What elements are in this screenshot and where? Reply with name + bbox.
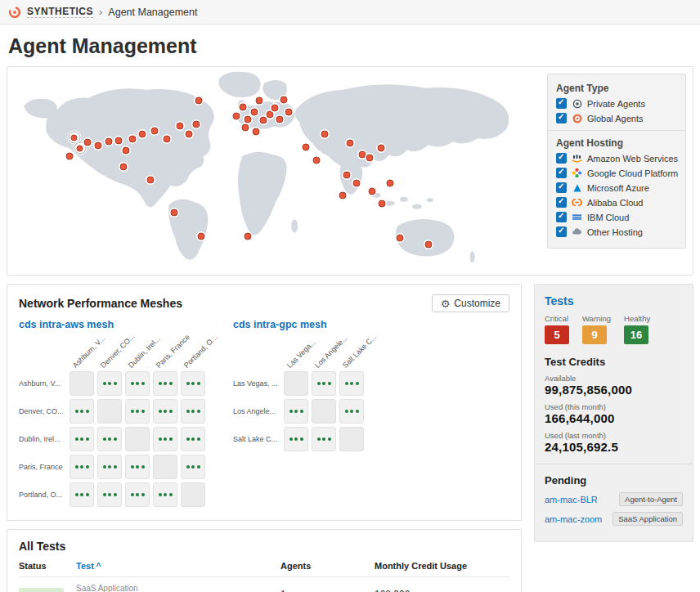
agent-marker[interactable] [347,140,354,147]
mesh-cell[interactable] [97,482,122,507]
agent-marker[interactable] [83,139,91,146]
pending-agent-link[interactable]: am-mac-zoom [545,514,602,524]
agent-marker[interactable] [128,136,136,143]
mesh-cell[interactable] [70,482,94,507]
mesh-cell[interactable] [97,371,122,396]
mesh-cell[interactable] [125,482,150,507]
agent-marker[interactable] [105,138,112,146]
filter-alibaba-cloud[interactable]: Alibaba Cloud [556,197,677,208]
mesh-cell[interactable] [70,399,94,424]
mesh-cell[interactable] [181,371,205,396]
mesh-cell[interactable] [284,399,308,424]
filter-global-agents[interactable]: Global Agents [556,113,677,123]
agent-marker[interactable] [285,108,293,115]
agent-marker[interactable] [377,145,384,152]
mesh-title-link[interactable]: cds intra-gpc mesh [233,319,367,330]
checkbox-checked[interactable] [556,98,567,109]
mesh-cell[interactable] [97,455,122,479]
agent-marker[interactable] [352,179,360,186]
agent-marker[interactable] [280,96,288,103]
mesh-cell[interactable] [70,455,94,479]
filter-other-hosting[interactable]: Other Hosting [556,226,677,237]
synthetics-logo-icon[interactable] [8,6,21,19]
filter-ibm-cloud[interactable]: IBM Cloud [556,212,677,222]
checkbox-checked[interactable] [556,212,567,222]
test-row[interactable]: HealthySaaS Applicationam-ec2-zoom1108,0… [19,577,509,592]
mesh-cell[interactable] [181,399,205,424]
filter-amazon-web-services[interactable]: Amazon Web Services [556,153,677,164]
agent-marker[interactable] [267,110,274,118]
filter-private-agents[interactable]: Private Agents [556,98,677,109]
agent-marker[interactable] [386,179,393,186]
agent-marker[interactable] [245,115,252,123]
mesh-cell[interactable] [153,399,177,424]
agent-marker[interactable] [193,121,200,128]
agent-marker[interactable] [424,241,432,249]
agent-marker[interactable] [396,235,403,242]
mesh-cell[interactable] [284,427,308,451]
agent-marker[interactable] [233,112,240,119]
agent-marker[interactable] [313,157,321,164]
agent-map[interactable]: Agent Type Private AgentsGlobal Agents A… [7,66,693,276]
mesh-cell[interactable] [153,371,177,396]
agent-marker[interactable] [368,187,375,195]
mesh-cell[interactable] [181,455,205,479]
filter-google-cloud-platform[interactable]: Google Cloud Platform [556,168,677,178]
filter-microsoft-azure[interactable]: Microsoft Azure [556,182,677,193]
column-header-monthly-credit-usage[interactable]: Monthly Credit Usage [375,561,509,571]
agent-marker[interactable] [378,200,385,207]
checkbox-checked[interactable] [556,153,567,164]
brand-link[interactable]: SYNTHETICS [27,6,93,18]
agent-marker[interactable] [339,191,347,199]
mesh-cell[interactable] [153,482,177,507]
agent-marker[interactable] [242,124,249,132]
mesh-cell[interactable] [125,455,150,479]
checkbox-checked[interactable] [556,113,567,123]
agent-marker[interactable] [114,137,122,145]
agent-marker[interactable] [94,142,101,150]
mesh-cell[interactable] [339,371,364,396]
agent-marker[interactable] [186,131,193,138]
checkbox-checked[interactable] [556,226,567,237]
mesh-cell[interactable] [153,427,177,451]
column-header-agents[interactable]: Agents [280,561,375,571]
agent-marker[interactable] [146,176,154,183]
agent-marker[interactable] [195,96,203,104]
mesh-cell[interactable] [125,399,150,424]
column-header-status[interactable]: Status [19,561,76,571]
mesh-cell[interactable] [312,371,336,396]
agent-marker[interactable] [271,104,279,111]
checkbox-checked[interactable] [556,168,567,178]
agent-marker[interactable] [253,128,260,136]
agent-marker[interactable] [251,108,258,115]
agent-marker[interactable] [303,144,310,151]
stat-value[interactable]: 5 [545,325,569,344]
agent-marker[interactable] [138,131,146,138]
mesh-cell[interactable] [70,427,94,451]
agent-marker[interactable] [276,115,284,123]
agent-marker[interactable] [122,147,129,155]
mesh-cell[interactable] [312,427,336,451]
agent-marker[interactable] [358,151,366,159]
agent-marker[interactable] [260,117,267,124]
agent-marker[interactable] [119,164,127,171]
mesh-title-link[interactable]: cds intra-aws mesh [19,319,209,330]
agent-marker[interactable] [177,123,184,130]
agent-marker[interactable] [321,131,329,138]
agent-marker[interactable] [366,155,373,162]
mesh-cell[interactable] [339,399,364,424]
pending-agent-link[interactable]: am-mac-BLR [545,495,598,505]
checkbox-checked[interactable] [556,197,567,208]
agent-marker[interactable] [198,233,205,240]
agent-marker[interactable] [65,153,73,160]
stat-value[interactable]: 16 [624,325,648,344]
stat-value[interactable]: 9 [582,325,607,344]
mesh-cell[interactable] [181,427,205,451]
tests-title-link[interactable]: Tests [545,294,683,307]
customize-button[interactable]: ⚙ Customize [432,294,509,312]
agent-marker[interactable] [170,209,177,216]
column-header-test[interactable]: Test ^ [76,561,280,571]
agent-marker[interactable] [150,128,158,135]
agent-marker[interactable] [240,103,247,110]
agent-marker[interactable] [343,171,351,178]
